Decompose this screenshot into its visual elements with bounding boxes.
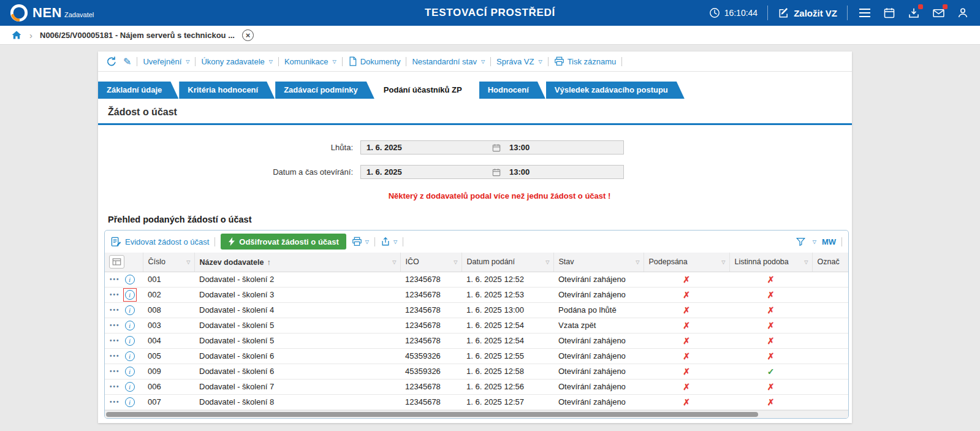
scrollbar-thumb[interactable]: [106, 412, 758, 417]
row-info-icon[interactable]: i: [125, 290, 135, 300]
row-menu-icon[interactable]: •••: [110, 399, 120, 405]
lhuta-date-value[interactable]: 1. 6. 2025: [361, 143, 490, 152]
cell-actions: •••i: [105, 394, 143, 410]
calendar-icon[interactable]: [490, 168, 503, 177]
col-stav[interactable]: Stav▽: [553, 253, 644, 272]
row-info-icon[interactable]: i: [125, 275, 135, 284]
create-vz-button[interactable]: Založit VZ: [778, 7, 837, 19]
filter-caret-icon[interactable]: ▽: [636, 259, 639, 265]
home-icon[interactable]: [11, 29, 22, 40]
filter-caret-icon[interactable]: ▽: [545, 259, 549, 265]
cell-stav: Otevírání zahájeno: [553, 348, 644, 364]
tab-zadavaci-podminky[interactable]: Zadávací podmínky: [275, 82, 374, 99]
cell-oznac: [812, 364, 848, 379]
row-menu-icon[interactable]: •••: [110, 337, 120, 344]
row-info-icon[interactable]: i: [125, 397, 135, 407]
export-grid-button[interactable]: ▽: [381, 237, 397, 246]
cell-cislo: 005: [143, 348, 194, 364]
close-record-icon[interactable]: ×: [242, 29, 254, 41]
export-icon: [381, 237, 390, 246]
row-menu-icon[interactable]: •••: [110, 291, 120, 298]
row-menu-icon[interactable]: •••: [110, 322, 120, 329]
menu-uverejneni[interactable]: Uveřejnění▽: [143, 57, 189, 66]
calendar-icon[interactable]: [490, 143, 503, 152]
table-row[interactable]: •••i002Dodavatel - školení 3123456781. 6…: [105, 287, 848, 302]
cell-oznac: [812, 333, 848, 348]
row-info-icon[interactable]: i: [125, 351, 135, 361]
row-info-icon[interactable]: i: [125, 382, 135, 392]
row-info-icon[interactable]: i: [125, 367, 135, 376]
table-row[interactable]: •••i007Dodavatel - školení 8123456781. 6…: [105, 394, 848, 410]
menu-sprava-vz[interactable]: Správa VZ▽: [496, 57, 542, 66]
oteviranim-datetime-field[interactable]: 1. 6. 2025 13:00: [360, 165, 624, 179]
table-row[interactable]: •••i008Dodavatel - školení 4123456781. 6…: [105, 302, 848, 318]
menu-dokumenty[interactable]: Dokumenty: [348, 56, 401, 66]
tab-kriteria-hodnoceni[interactable]: Kritéria hodnocení: [179, 82, 275, 99]
menu-komunikace[interactable]: Komunikace▽: [284, 57, 336, 66]
downloads-icon[interactable]: [906, 6, 921, 20]
filter-caret-icon[interactable]: ▽: [721, 259, 725, 265]
register-request-button[interactable]: Evidovat žádost o účast: [111, 237, 209, 247]
oteviranim-date-value[interactable]: 1. 6. 2025: [361, 167, 490, 177]
col-listinna-podoba[interactable]: Listinná podoba▽: [729, 253, 812, 272]
cell-stav: Otevírání zahájeno: [553, 287, 644, 302]
column-chooser-button[interactable]: [109, 255, 124, 269]
lhuta-time-value[interactable]: 13:00: [503, 143, 623, 152]
chevron-down-icon: ▽: [332, 59, 336, 64]
layout-selector[interactable]: MW: [822, 237, 836, 246]
table-row[interactable]: •••i004Dodavatel - školení 5123456781. 6…: [105, 333, 848, 348]
user-icon[interactable]: [955, 6, 970, 20]
row-menu-icon[interactable]: •••: [110, 353, 120, 359]
col-ico[interactable]: IČO▽: [400, 253, 462, 272]
table-row[interactable]: •••i003Dodavatel - školení 5123456781. 6…: [105, 318, 848, 333]
row-menu-icon[interactable]: •••: [110, 368, 120, 375]
filter-icon[interactable]: [796, 237, 806, 246]
table-row[interactable]: •••i005Dodavatel - školení 6453593261. 6…: [105, 348, 848, 364]
tab-vysledek-zadavaciho-postupu[interactable]: Výsledek zadávacího postupu: [546, 82, 685, 99]
row-menu-icon[interactable]: •••: [110, 276, 120, 283]
col-cislo[interactable]: Číslo▽: [143, 253, 194, 272]
nen-logo[interactable]: NEN Zadavatel: [10, 4, 94, 22]
row-info-icon[interactable]: i: [125, 321, 135, 330]
col-datum-podani[interactable]: Datum podání▽: [462, 253, 553, 272]
filter-caret-icon[interactable]: ▽: [454, 259, 457, 265]
cell-ico: 12345678: [400, 302, 462, 318]
row-menu-icon[interactable]: •••: [110, 307, 120, 313]
edit-icon[interactable]: ✎: [123, 56, 131, 67]
topbar: NEN Zadavatel TESTOVACÍ PROSTŘEDÍ 16:10:…: [0, 0, 980, 26]
menu-tisk-zaznamu[interactable]: Tisk záznamu: [554, 56, 617, 66]
warning-message: Některý z dodavatelů podal více než jedn…: [98, 191, 852, 200]
lhuta-datetime-field[interactable]: 1. 6. 2025 13:00: [360, 140, 624, 154]
oteviranim-time-value[interactable]: 13:00: [503, 167, 623, 177]
tab-hodnoceni[interactable]: Hodnocení: [479, 82, 545, 99]
col-oznac[interactable]: Označ: [812, 253, 848, 272]
row-info-icon[interactable]: i: [125, 305, 135, 315]
col-podepsana[interactable]: Podepsána▽: [644, 253, 729, 272]
table-row[interactable]: •••i001Dodavatel - školení 2123456781. 6…: [105, 272, 848, 287]
cell-actions: •••i: [105, 287, 143, 302]
menu-nestandardni-stav[interactable]: Nestandardní stav▽: [412, 57, 485, 66]
filter-caret-icon[interactable]: ▽: [186, 259, 190, 265]
breadcrumb-item[interactable]: N006/25/V00005181 - Nájem serverů s tech…: [40, 31, 235, 40]
tab-zakladni-udaje[interactable]: Základní údaje: [98, 82, 178, 99]
col-nazev-dodavatele[interactable]: Název dodavatele↑▽: [194, 253, 400, 272]
cell-cislo: 009: [143, 364, 194, 379]
horizontal-scrollbar[interactable]: [105, 410, 848, 418]
filter-caret-icon[interactable]: ▽: [392, 259, 396, 265]
menu-ukony-zadavatele[interactable]: Úkony zadavatele▽: [201, 57, 273, 66]
print-grid-button[interactable]: ▽: [352, 237, 369, 246]
tab-podani-ucastniku-zp[interactable]: Podání účastníků ZP: [375, 82, 479, 99]
table-row[interactable]: •••i006Dodavatel - školení 7123456781. 6…: [105, 379, 848, 394]
row-menu-icon[interactable]: •••: [110, 383, 120, 390]
filter-caret-icon[interactable]: ▽: [804, 259, 808, 265]
chevron-down-icon[interactable]: ▽: [813, 239, 816, 245]
refresh-icon[interactable]: [105, 55, 118, 67]
cell-stav: Otevírání zahájeno: [553, 379, 644, 394]
decrypt-requests-button[interactable]: Odšifrovat žádosti o účast: [221, 234, 346, 250]
chevron-down-icon: ▽: [481, 59, 485, 64]
row-info-icon[interactable]: i: [125, 336, 135, 346]
menu-icon[interactable]: [857, 6, 872, 20]
messages-icon[interactable]: [931, 6, 946, 20]
table-row[interactable]: •••i009Dodavatel - školení 6453593261. 6…: [105, 364, 848, 379]
calendar-icon[interactable]: [882, 6, 897, 20]
